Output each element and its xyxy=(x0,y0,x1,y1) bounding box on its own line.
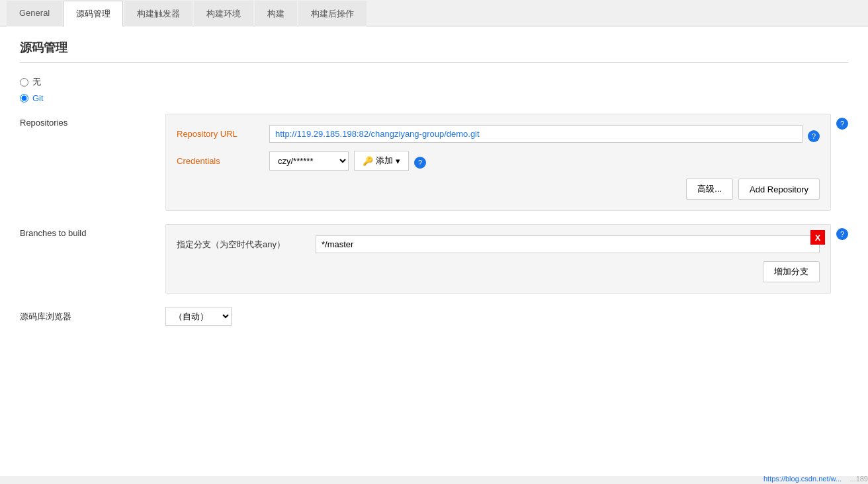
repo-url-row: Repository URL ? xyxy=(177,125,820,143)
branch-close-button[interactable]: X xyxy=(810,230,825,245)
repositories-section-help-icon[interactable]: ? xyxy=(836,118,848,130)
browser-content: （自动） xyxy=(165,307,848,326)
branch-specify-label: 指定分支（为空时代表any） xyxy=(177,239,316,251)
main-content: 源码管理 无 Git Repositories Repository URL ?… xyxy=(0,26,868,476)
branches-section-row: Branches to build X 指定分支（为空时代表any） 增加分支 … xyxy=(20,224,848,294)
dropdown-arrow-icon: ▾ xyxy=(396,156,400,166)
repositories-content: Repository URL ? Credentials czy/****** … xyxy=(165,114,831,211)
branches-label: Branches to build xyxy=(20,224,165,238)
repo-buttons-row: 高级... Add Repository xyxy=(177,179,820,200)
radio-git-option[interactable]: Git xyxy=(20,93,848,103)
add-repository-button[interactable]: Add Repository xyxy=(738,179,820,200)
credentials-help-icon[interactable]: ? xyxy=(414,157,426,169)
credentials-add-label: 添加 xyxy=(376,155,393,167)
bottom-url: https://blog.csdn.net/w... xyxy=(763,475,842,476)
radio-git-input[interactable] xyxy=(20,94,28,102)
browser-label: 源码库浏览器 xyxy=(20,307,165,323)
radio-none-option[interactable]: 无 xyxy=(20,76,848,88)
tab-bar: General 源码管理 构建触发器 构建环境 构建 构建后操作 xyxy=(0,0,868,26)
repo-url-help-icon[interactable]: ? xyxy=(808,130,820,142)
add-branch-button[interactable]: 增加分支 xyxy=(763,261,820,282)
credentials-add-button[interactable]: 🔑 添加 ▾ xyxy=(354,151,409,171)
branches-content: X 指定分支（为空时代表any） 增加分支 xyxy=(165,224,831,294)
radio-group: 无 Git xyxy=(20,76,848,103)
browser-select[interactable]: （自动） xyxy=(165,307,232,326)
browser-section-row: 源码库浏览器 （自动） xyxy=(20,307,848,326)
page-title: 源码管理 xyxy=(20,40,848,63)
watermark: ...189 xyxy=(849,475,868,476)
radio-git-label: Git xyxy=(32,93,44,103)
key-icon: 🔑 xyxy=(363,156,373,166)
credentials-row: Credentials czy/****** 🔑 添加 ▾ ? xyxy=(177,151,820,171)
tab-post-build[interactable]: 构建后操作 xyxy=(298,1,367,26)
branches-section-help-icon[interactable]: ? xyxy=(836,228,848,240)
branch-buttons-row: 增加分支 xyxy=(177,261,820,282)
tab-build[interactable]: 构建 xyxy=(255,1,297,26)
branch-input[interactable] xyxy=(316,235,820,253)
tab-scm[interactable]: 源码管理 xyxy=(64,1,123,26)
credentials-select[interactable]: czy/****** xyxy=(269,151,349,171)
advanced-button[interactable]: 高级... xyxy=(686,179,733,200)
repositories-section-row: Repositories Repository URL ? Credential… xyxy=(20,114,848,211)
radio-none-input[interactable] xyxy=(20,78,28,87)
repositories-label: Repositories xyxy=(20,114,165,128)
tab-general[interactable]: General xyxy=(7,1,62,26)
branch-row: 指定分支（为空时代表any） xyxy=(177,235,820,253)
tab-triggers[interactable]: 构建触发器 xyxy=(124,1,193,26)
repo-url-input[interactable] xyxy=(269,125,803,143)
radio-none-label: 无 xyxy=(32,76,41,88)
tab-env[interactable]: 构建环境 xyxy=(194,1,253,26)
credentials-label: Credentials xyxy=(177,156,269,166)
repo-url-label: Repository URL xyxy=(177,129,269,139)
